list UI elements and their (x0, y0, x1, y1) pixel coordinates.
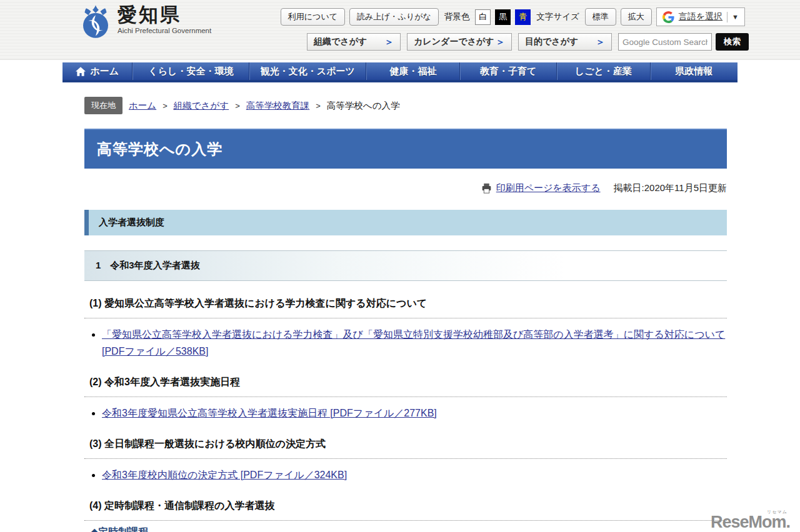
chevron-right-icon: ＞ (496, 36, 505, 48)
watermark-text: ReseMom. (711, 513, 790, 531)
chevron-right-icon: ＞ (596, 36, 605, 48)
breadcrumb-separator: > (162, 101, 168, 111)
divider (727, 12, 728, 22)
home-icon (76, 67, 86, 76)
dotted-divider (84, 520, 727, 521)
search-input[interactable] (618, 33, 712, 51)
link-list: 「愛知県公立高等学校入学者選抜における学力検査」及び「愛知県立特別支援学校幼稚部… (102, 326, 727, 360)
logo-title: 愛知県 (118, 4, 211, 26)
main-content: 高等学校への入学 印刷用ページを表示する 掲載日:2020年11月5日更新 入学… (84, 129, 727, 532)
language-selector[interactable]: 言語を選択 ▼ (656, 7, 745, 26)
link-list: 令和3年度愛知県公立高等学校入学者選抜実施日程 [PDFファイル／277KB] (102, 405, 727, 421)
dotted-divider (84, 458, 727, 459)
background-color-label: 背景色 (444, 11, 470, 22)
main-navigation: ホーム くらし・安全・環境 観光・文化・スポーツ 健康・福祉 教育・子育て しご… (62, 62, 738, 82)
page-title-banner: 高等学校への入学 (84, 129, 727, 169)
list-item: 令和3年度校内順位の決定方式 [PDFファイル／324KB] (102, 466, 727, 483)
breadcrumb-current-page: 高等学校への入学 (327, 100, 400, 112)
chevron-right-icon: ＞ (384, 36, 394, 48)
search-button[interactable]: 検索 (716, 33, 749, 51)
publish-date: 掲載日:2020年11月5日更新 (614, 182, 727, 194)
bg-black-button[interactable]: 黒 (495, 9, 511, 25)
nav-item-health-welfare[interactable]: 健康・福祉 (366, 62, 459, 80)
page-title: 高等学校への入学 (97, 139, 222, 159)
breadcrumb-link-home[interactable]: ホーム (129, 100, 156, 112)
find-by-purpose-label: 目的でさがす (525, 36, 578, 47)
block-heading-1: (1) 愛知県公立高等学校入学者選抜における学力検査に関する対応について (89, 297, 727, 310)
font-size-standard-button[interactable]: 標準 (585, 8, 616, 26)
logo-subtitle: Aichi Prefectural Government (118, 27, 211, 34)
language-select-link[interactable]: 言語を選択 (679, 11, 722, 22)
nav-item-tourism-culture-sports[interactable]: 観光・文化・スポーツ (249, 62, 366, 80)
font-size-large-button[interactable]: 拡大 (621, 8, 652, 26)
find-by-organization-label: 組織でさがす (314, 36, 367, 47)
nav-item-label: 教育・子育て (480, 66, 536, 77)
section-header-admission-system: 入学者選抜制度 (84, 210, 727, 235)
nav-item-prefectural-info[interactable]: 県政情報 (650, 62, 738, 80)
pdf-link-konai-juni[interactable]: 令和3年度校内順位の決定方式 [PDFファイル／324KB] (102, 470, 347, 480)
dotted-divider (84, 318, 727, 318)
nav-item-home[interactable]: ホーム (62, 62, 132, 80)
find-by-calendar-label: カレンダーでさがす (414, 36, 494, 47)
list-item: 「愛知県公立高等学校入学者選抜における学力検査」及び「愛知県立特別支援学校幼稚部… (102, 326, 727, 360)
breadcrumb-separator: > (235, 101, 240, 111)
breadcrumb-link-highschool-education-division[interactable]: 高等学校教育課 (246, 100, 310, 112)
nav-item-label: ホーム (90, 66, 119, 77)
breadcrumb: 現在地 ホーム > 組織でさがす > 高等学校教育課 > 高等学校への入学 (84, 97, 800, 114)
read-aloud-furigana-button[interactable]: 読み上げ・ふりがな (349, 8, 439, 26)
current-location-badge: 現在地 (84, 97, 122, 114)
page-meta-row: 印刷用ページを表示する 掲載日:2020年11月5日更新 (84, 182, 727, 194)
nav-item-work-industry[interactable]: しごと・産業 (556, 62, 650, 80)
nav-item-label: くらし・安全・環境 (148, 66, 233, 77)
pdf-link-gakuryoku-kensa[interactable]: 「愛知県公立高等学校入学者選抜における学力検査」及び「愛知県立特別支援学校幼稚部… (102, 329, 725, 357)
resemom-watermark: リセマム ReseMom. (711, 514, 790, 531)
link-list: 令和3年度校内順位の決定方式 [PDFファイル／324KB] (102, 466, 727, 483)
list-item: 令和3年度愛知県公立高等学校入学者選抜実施日程 [PDFファイル／277KB] (102, 405, 727, 421)
dotted-divider (84, 397, 727, 397)
block-heading-3: (3) 全日制課程一般選抜における校内順位の決定方式 (89, 438, 727, 451)
block-heading-4: (4) 定時制課程・通信制課程の入学者選抜 (89, 500, 727, 513)
nav-item-living-safety-environment[interactable]: くらし・安全・環境 (132, 62, 249, 80)
bg-blue-button[interactable]: 青 (515, 9, 531, 25)
font-size-label: 文字サイズ (536, 11, 579, 22)
language-dropdown-arrow-icon[interactable]: ▼ (732, 13, 739, 21)
nav-item-label: しごと・産業 (575, 66, 632, 77)
find-by-organization-button[interactable]: 組織でさがす ＞ (307, 33, 401, 51)
nav-item-label: 観光・文化・スポーツ (261, 66, 355, 77)
breadcrumb-link-organization[interactable]: 組織でさがす (174, 100, 229, 112)
partial-item-teijisei: ◆定時制課程 (91, 526, 727, 532)
printer-icon (481, 183, 492, 194)
aichi-emblem-icon (80, 5, 111, 41)
google-icon (662, 11, 674, 23)
find-by-purpose-button[interactable]: 目的でさがす ＞ (518, 33, 612, 51)
utility-bar: 利用について 読み上げ・ふりがな 背景色 白 黒 青 文字サイズ 標準 拡大 言… (281, 7, 745, 26)
watermark-ruby: リセマム (767, 510, 788, 514)
site-logo[interactable]: 愛知県 Aichi Prefectural Government (80, 4, 211, 41)
find-by-calendar-button[interactable]: カレンダーでさがす ＞ (407, 33, 512, 51)
breadcrumb-separator: > (316, 101, 321, 111)
search-bar: 組織でさがす ＞ カレンダーでさがす ＞ 目的でさがす ＞ 検索 (307, 33, 749, 51)
site-header: 愛知県 Aichi Prefectural Government 利用について … (0, 0, 800, 60)
nav-item-education-childcare[interactable]: 教育・子育て (459, 62, 556, 80)
pdf-link-jisshi-nittei[interactable]: 令和3年度愛知県公立高等学校入学者選抜実施日程 [PDFファイル／277KB] (102, 408, 437, 418)
logo-text: 愛知県 Aichi Prefectural Government (118, 4, 211, 34)
about-usage-button[interactable]: 利用について (281, 8, 345, 26)
subsection-header-r3-selection: 1 令和3年度入学者選抜 (84, 250, 727, 281)
bg-white-button[interactable]: 白 (475, 9, 491, 25)
print-page-link[interactable]: 印刷用ページを表示する (496, 182, 601, 194)
nav-item-label: 健康・福祉 (389, 66, 436, 77)
block-heading-2: (2) 令和3年度入学者選抜実施日程 (89, 376, 727, 389)
nav-item-label: 県政情報 (675, 66, 712, 77)
